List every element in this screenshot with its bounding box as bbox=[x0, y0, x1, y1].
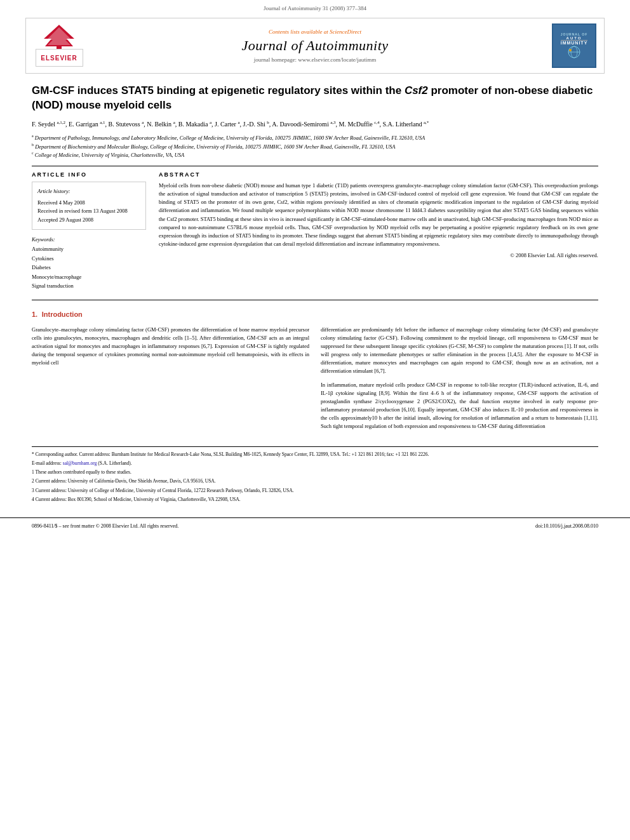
article-info-box: Article history: Received 4 May 2008 Rec… bbox=[32, 182, 146, 230]
header-divider bbox=[32, 166, 598, 166]
copyright-line: © 2008 Elsevier Ltd. All rights reserved… bbox=[159, 252, 598, 258]
footnote-corresponding: * Corresponding author. Current address:… bbox=[32, 451, 598, 458]
intro-para2: differentiation are predominantly felt b… bbox=[321, 326, 598, 376]
doi-text: doi:10.1016/j.jaut.2008.08.010 bbox=[535, 523, 598, 529]
footnote-2: 2 Current address: University of Califor… bbox=[32, 477, 598, 484]
received-date: Received 4 May 2008 bbox=[37, 199, 140, 208]
page: Journal of Autoimmunity 31 (2008) 377–38… bbox=[0, 0, 630, 840]
article-title: GM-CSF induces STAT5 binding at epigenet… bbox=[32, 84, 598, 113]
article-info-column: ARTICLE INFO Article history: Received 4… bbox=[32, 171, 146, 291]
journal-citation: Journal of Autoimmunity 31 (2008) 377–38… bbox=[0, 0, 630, 14]
keywords-label: Keywords: bbox=[32, 236, 146, 243]
intro-para3-text: In inflammation, mature myeloid cells pr… bbox=[321, 382, 598, 430]
keyword-signal: Signal transduction bbox=[32, 281, 146, 290]
introduction-section: 1. Introduction Granulocyte–macrophage c… bbox=[32, 310, 598, 436]
section-title-line: 1. Introduction bbox=[32, 310, 598, 318]
intro-para1: Granulocyte–macrophage colony stimulatin… bbox=[32, 326, 309, 368]
bottom-bar: 0896-8411/$ – see front matter © 2008 El… bbox=[0, 517, 630, 531]
elsevier-label: ELSEVIER bbox=[41, 55, 77, 62]
abstract-text: Myeloid cells from non-obese diabetic (N… bbox=[159, 182, 598, 248]
journal-title: Journal of Autoimmunity bbox=[84, 37, 546, 54]
issn-text: 0896-8411/$ – see front matter © 2008 El… bbox=[32, 523, 178, 529]
section-title: Introduction bbox=[42, 310, 83, 318]
intro-para2-text: differentiation are predominantly felt b… bbox=[321, 326, 598, 375]
affiliations: a Department of Pathology, Immunology, a… bbox=[32, 133, 598, 159]
journal-url-text: journal homepage: www.elsevier.com/locat… bbox=[254, 57, 376, 63]
autoimmunity-logo: JOURNAL OF AUTO IMMUNITY bbox=[552, 23, 596, 68]
intro-para1-text: Granulocyte–macrophage colony stimulatin… bbox=[32, 326, 309, 366]
footnotes-section: * Corresponding author. Current address:… bbox=[32, 446, 598, 503]
sciencedirect-prefix: Contents lists available at bbox=[269, 29, 328, 35]
article-info-header: ARTICLE INFO bbox=[32, 171, 146, 178]
immunity-text: IMMUNITY bbox=[561, 40, 588, 45]
keyword-diabetes: Diabetes bbox=[32, 263, 146, 272]
logo-globe-icon bbox=[564, 45, 584, 59]
abstract-header: ABSTRACT bbox=[159, 171, 598, 178]
history-label: Article history: bbox=[37, 187, 140, 196]
affiliation-b: b Department of Biochemistry and Molecul… bbox=[32, 142, 598, 151]
elsevier-brand-box: ELSEVIER bbox=[36, 49, 83, 67]
journal-title-text: Journal of Autoimmunity bbox=[241, 37, 388, 53]
journal-header: ELSEVIER Contents lists available at Sci… bbox=[25, 18, 605, 74]
body-right-col: differentiation are predominantly felt b… bbox=[321, 326, 598, 436]
svg-point-6 bbox=[569, 49, 572, 51]
accepted-date: Accepted 29 August 2008 bbox=[37, 216, 140, 225]
abstract-column: ABSTRACT Myeloid cells from non-obese di… bbox=[159, 171, 598, 291]
article-info-abstract-cols: ARTICLE INFO Article history: Received 4… bbox=[32, 171, 598, 291]
body-two-col: Granulocyte–macrophage colony stimulatin… bbox=[32, 326, 598, 436]
body-left-col: Granulocyte–macrophage colony stimulatin… bbox=[32, 326, 309, 436]
intro-para3: In inflammation, mature myeloid cells pr… bbox=[321, 381, 598, 431]
keyword-autoimmunity: Autoimmunity bbox=[32, 244, 146, 253]
gene-name-italic: Csf2 bbox=[405, 84, 428, 97]
footnote-4: 4 Current address: Box 801390, School of… bbox=[32, 496, 598, 503]
elsevier-logo-container: ELSEVIER bbox=[34, 25, 84, 67]
main-content: GM-CSF induces STAT5 binding at epigenet… bbox=[0, 77, 630, 517]
email-link[interactable]: sal@burnham.org bbox=[63, 460, 97, 466]
journal-center-info: Contents lists available at ScienceDirec… bbox=[84, 29, 546, 63]
footnote-email: E-mail address: sal@burnham.org (S.A. Li… bbox=[32, 460, 598, 467]
footnote-3: 3 Current address: University of College… bbox=[32, 487, 598, 494]
sciencedirect-link[interactable]: ScienceDirect bbox=[330, 29, 361, 35]
abstract-content: Myeloid cells from non-obese diabetic (N… bbox=[159, 182, 598, 247]
sciencedirect-line: Contents lists available at ScienceDirec… bbox=[84, 29, 546, 35]
authors-line: F. Seydel a,1,2, E. Garrigan a,1, B. Stu… bbox=[32, 119, 598, 130]
section-number: 1. bbox=[32, 310, 37, 318]
journal-citation-text: Journal of Autoimmunity 31 (2008) 377–38… bbox=[264, 5, 366, 11]
affiliation-a: a Department of Pathology, Immunology, a… bbox=[32, 133, 598, 142]
keywords-section: Keywords: Autoimmunity Cytokines Diabete… bbox=[32, 236, 146, 290]
autoimmunity-logo-container: JOURNAL OF AUTO IMMUNITY bbox=[546, 23, 596, 68]
elsevier-tree-icon bbox=[39, 25, 80, 49]
keyword-cytokines: Cytokines bbox=[32, 254, 146, 263]
keyword-monocyte: Monocyte/macrophage bbox=[32, 272, 146, 281]
revised-date: Received in revised form 13 August 2008 bbox=[37, 207, 140, 216]
affiliation-c: c College of Medicine, University of Vir… bbox=[32, 150, 598, 159]
footnote-1: 1 These authors contributed equally to t… bbox=[32, 469, 598, 476]
journal-url: journal homepage: www.elsevier.com/locat… bbox=[84, 57, 546, 63]
intro-divider bbox=[32, 300, 598, 300]
